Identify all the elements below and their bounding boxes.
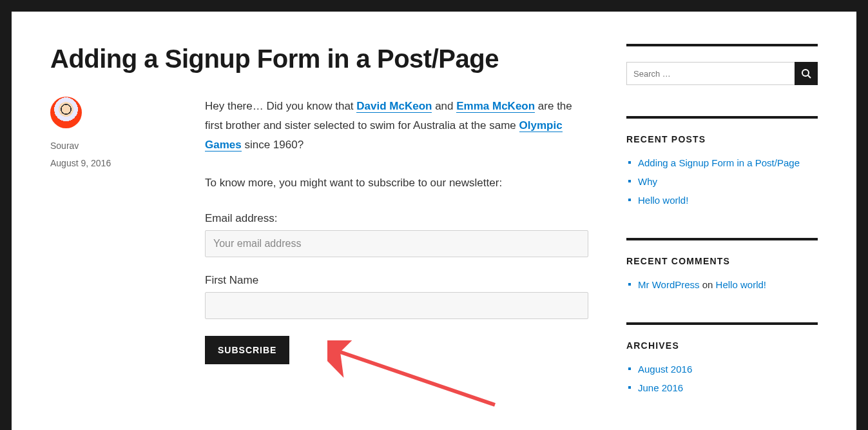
search-widget (626, 44, 818, 85)
main-content: Adding a Signup Form in a Post/Page Sour… (50, 44, 591, 425)
firstname-label: First Name (205, 274, 588, 287)
text: Hey there… Did you know that (205, 100, 356, 112)
widget-title: ARCHIVES (626, 340, 818, 351)
post-author[interactable]: Sourav (50, 137, 179, 155)
recent-comments-widget: RECENT COMMENTS Mr WordPress on Hello wo… (626, 238, 818, 291)
list-item: Why (626, 175, 818, 188)
avatar (50, 97, 82, 128)
widget-title: RECENT POSTS (626, 134, 818, 144)
paragraph-1: Hey there… Did you know that David McKeo… (205, 97, 588, 154)
link-david-mckeon[interactable]: David McKeon (356, 100, 432, 113)
svg-point-0 (802, 70, 809, 76)
list-item: Hello world! (626, 193, 818, 207)
list-item: August 2016 (626, 362, 818, 376)
recent-post-link[interactable]: Adding a Signup Form in a Post/Page (638, 157, 800, 168)
post-title: Adding a Signup Form in a Post/Page (50, 44, 591, 73)
archive-link[interactable]: June 2016 (638, 382, 683, 393)
text: on (700, 279, 716, 290)
post-body: Sourav August 9, 2016 Hey there… Did you… (50, 97, 591, 364)
list-item: June 2016 (626, 381, 818, 395)
page: Adding a Signup Form in a Post/Page Sour… (12, 12, 856, 430)
subscribe-button[interactable]: SUBSCRIBE (205, 336, 289, 364)
firstname-input[interactable] (205, 292, 588, 319)
recent-post-link[interactable]: Hello world! (638, 195, 688, 206)
list-item: Adding a Signup Form in a Post/Page (626, 156, 818, 170)
sidebar: RECENT POSTS Adding a Signup Form in a P… (626, 44, 818, 425)
link-emma-mckeon[interactable]: Emma McKeon (456, 100, 535, 113)
list-item: Mr WordPress on Hello world! (626, 278, 818, 291)
text: and (432, 100, 456, 112)
text: since 1960? (242, 139, 304, 151)
search-input[interactable] (626, 62, 795, 85)
search-icon (801, 68, 811, 79)
archives-widget: ARCHIVES August 2016 June 2016 (626, 322, 818, 395)
email-label: Email address: (205, 212, 588, 225)
post-date[interactable]: August 9, 2016 (50, 155, 179, 172)
widget-title: RECENT COMMENTS (626, 256, 818, 266)
svg-line-1 (808, 75, 811, 78)
recent-post-link[interactable]: Why (638, 176, 657, 187)
archive-link[interactable]: August 2016 (638, 364, 692, 375)
recent-posts-widget: RECENT POSTS Adding a Signup Form in a P… (626, 116, 818, 207)
post-content: Hey there… Did you know that David McKeo… (205, 97, 588, 364)
search-button[interactable] (795, 62, 818, 85)
comment-author-link[interactable]: Mr WordPress (638, 279, 700, 290)
paragraph-2: To know more, you might want to subscrib… (205, 173, 588, 193)
post-meta: Sourav August 9, 2016 (50, 97, 179, 364)
comment-post-link[interactable]: Hello world! (716, 279, 766, 290)
email-input[interactable] (205, 230, 588, 257)
